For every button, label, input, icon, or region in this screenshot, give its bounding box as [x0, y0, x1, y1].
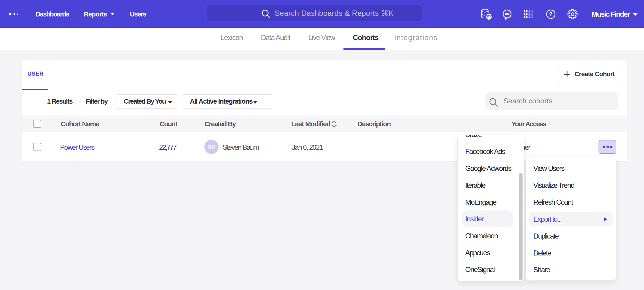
- svg-text:?: ?: [549, 11, 553, 18]
